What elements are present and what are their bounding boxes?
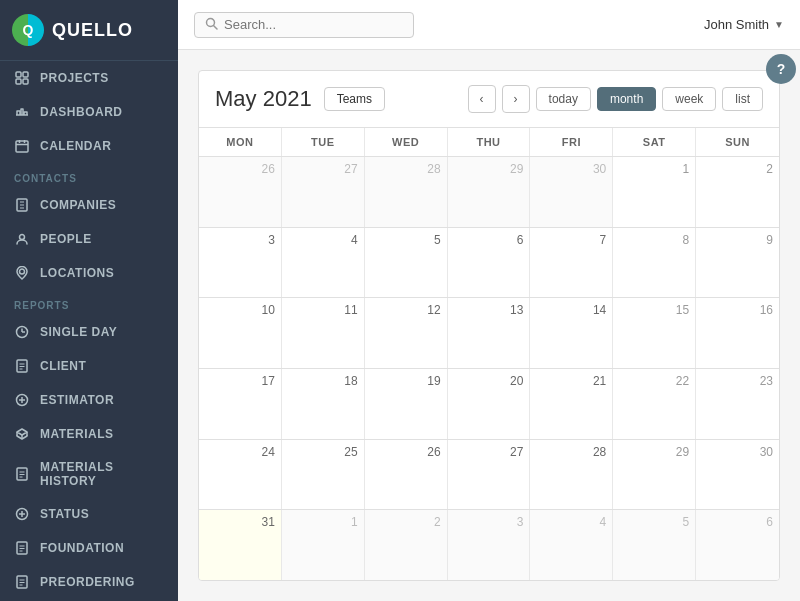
calendar-cell[interactable]: 19 [365,369,448,439]
calendar-cell[interactable]: 2 [365,510,448,580]
calendar-cell[interactable]: 25 [282,440,365,510]
calendar-cell[interactable]: 6 [696,510,779,580]
calendar-cell[interactable]: 26 [365,440,448,510]
sidebar-item-estimator[interactable]: ESTIMATOR [0,383,178,417]
calendar-date: 27 [454,444,524,461]
calendar-cell[interactable]: 5 [613,510,696,580]
calendar-cell[interactable]: 4 [282,228,365,298]
sidebar-item-dashboard[interactable]: DASHBOARD [0,95,178,129]
calendar-cell[interactable]: 12 [365,298,448,368]
help-button[interactable]: ? [766,54,796,84]
search-icon [205,17,218,33]
calendar-cell[interactable]: 21 [530,369,613,439]
calendar-cell[interactable]: 28 [530,440,613,510]
user-menu[interactable]: John Smith ▼ [704,17,784,32]
day-header-sun: SUN [696,128,779,156]
sidebar-item-calendar[interactable]: CALENDAR [0,129,178,163]
calendar-date: 5 [371,232,441,249]
sidebar-item-foundation[interactable]: FOUNDATION [0,531,178,565]
calendar-cell[interactable]: 29 [448,157,531,227]
calendar-cell[interactable]: 3 [199,228,282,298]
calendar-date: 23 [702,373,773,390]
calendar-cell[interactable]: 16 [696,298,779,368]
calendar-date: 10 [205,302,275,319]
prev-month-button[interactable]: ‹ [468,85,496,113]
calendar-cell[interactable]: 22 [613,369,696,439]
calendar-grid: MON TUE WED THU FRI SAT SUN 262728293012… [199,128,779,580]
calendar-title: May 2021 [215,86,312,112]
calendar-cell[interactable]: 6 [448,228,531,298]
calendar-cell[interactable]: 7 [530,228,613,298]
sidebar-item-materials-history[interactable]: MATERIALS HISTORY [0,451,178,497]
svg-line-49 [214,25,218,29]
calendar-cell[interactable]: 31 [199,510,282,580]
sidebar-item-status[interactable]: STATUS [0,497,178,531]
calendar-cell[interactable]: 30 [530,157,613,227]
calendar-cell[interactable]: 24 [199,440,282,510]
sidebar-item-preordering[interactable]: PREORDERING [0,565,178,599]
calendar-cell[interactable]: 27 [282,157,365,227]
calendar-cell[interactable]: 15 [613,298,696,368]
week-view-button[interactable]: week [662,87,716,111]
calendar-cell[interactable]: 1 [613,157,696,227]
calendar-cell[interactable]: 11 [282,298,365,368]
list-view-button[interactable]: list [722,87,763,111]
today-button[interactable]: today [536,87,591,111]
svg-rect-3 [23,79,28,84]
sidebar-item-single-day[interactable]: SINGLE DAY [0,315,178,349]
sidebar-item-people[interactable]: PEOPLE [0,222,178,256]
calendar-date: 14 [536,302,606,319]
calendar-cell[interactable]: 14 [530,298,613,368]
calendar-cell[interactable]: 17 [199,369,282,439]
calendar-date: 28 [536,444,606,461]
sidebar-item-single-day-label: SINGLE DAY [40,325,117,339]
calendar-cell[interactable]: 30 [696,440,779,510]
calendar-cell[interactable]: 23 [696,369,779,439]
materials-history-icon [14,466,30,482]
calendar-cell[interactable]: 13 [448,298,531,368]
calendar-cell[interactable]: 9 [696,228,779,298]
calendar-cell[interactable]: 20 [448,369,531,439]
calendar-date: 17 [205,373,275,390]
calendar-cell[interactable]: 29 [613,440,696,510]
calendar-nav: ‹ › today month week list [468,85,763,113]
month-view-button[interactable]: month [597,87,656,111]
search-box[interactable] [194,12,414,38]
calendar-date: 2 [371,514,441,531]
materials-icon [14,426,30,442]
day-header-thu: THU [448,128,531,156]
calendar-date: 9 [702,232,773,249]
search-input[interactable] [224,17,384,32]
calendar-cell[interactable]: 10 [199,298,282,368]
calendar-date: 30 [536,161,606,178]
calendar-week-0: 262728293012 [199,157,779,228]
sidebar-item-projects[interactable]: PROJECTS [0,61,178,95]
calendar-date: 2 [702,161,773,178]
calendar-cell[interactable]: 27 [448,440,531,510]
calendar-cell[interactable]: 26 [199,157,282,227]
sidebar-nav: PROJECTS DASHBOARD CALENDAR CONTACTS COM… [0,61,178,601]
calendar-date: 6 [454,232,524,249]
sidebar-item-materials[interactable]: MATERIALS [0,417,178,451]
calendar-week-1: 3456789 [199,228,779,299]
svg-point-13 [20,235,25,240]
calendar-date: 13 [454,302,524,319]
calendar-cell[interactable]: 18 [282,369,365,439]
calendar-cell[interactable]: 5 [365,228,448,298]
calendar-date: 11 [288,302,358,319]
calendar-cell[interactable]: 28 [365,157,448,227]
sidebar-item-client[interactable]: CLIENT [0,349,178,383]
calendar-cell[interactable]: 4 [530,510,613,580]
calendar-cell[interactable]: 8 [613,228,696,298]
calendar-cell[interactable]: 3 [448,510,531,580]
sidebar-item-client-label: CLIENT [40,359,86,373]
sidebar-item-companies[interactable]: COMPANIES [0,188,178,222]
teams-button[interactable]: Teams [324,87,385,111]
calendar-cell[interactable]: 2 [696,157,779,227]
next-month-button[interactable]: › [502,85,530,113]
svg-rect-2 [16,79,21,84]
sidebar-item-locations[interactable]: LOCATIONS [0,256,178,290]
calendar-date: 5 [619,514,689,531]
calendar-cell[interactable]: 1 [282,510,365,580]
user-name: John Smith [704,17,769,32]
